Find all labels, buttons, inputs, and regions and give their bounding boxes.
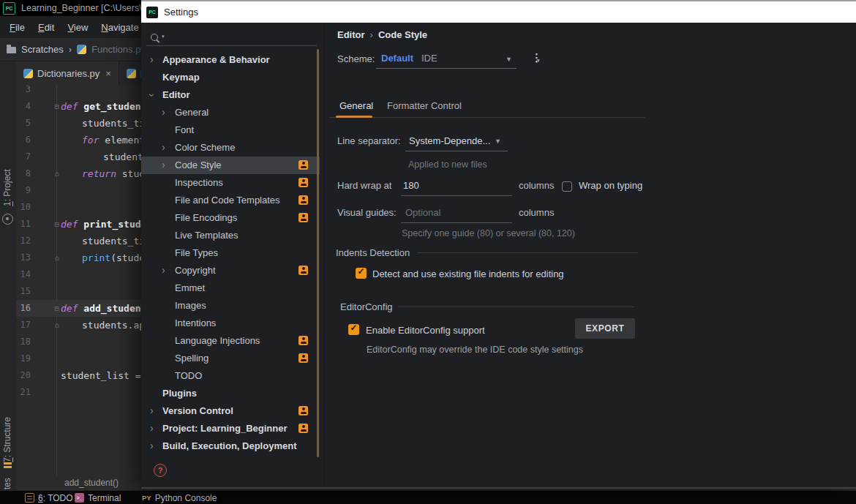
tree-item-version-control[interactable]: ›Version Control — [141, 402, 320, 420]
tree-item-font[interactable]: Font — [141, 121, 320, 139]
editor-tab-dictionaries-py[interactable]: Dictionaries.py× — [16, 61, 119, 86]
code-text: def get_students — [61, 98, 141, 115]
tree-item-editor[interactable]: ›Editor — [141, 86, 320, 104]
menu-file[interactable]: File — [3, 22, 31, 33]
wrap-on-typing-label[interactable]: Wrap on typing — [579, 180, 642, 191]
breadcrumb-folder[interactable]: Scratches — [21, 44, 64, 55]
code-text: for element — [82, 132, 141, 148]
statusbar-python-console[interactable]: PYPython Console — [142, 491, 217, 504]
code-line-7: 7students — [16, 148, 141, 165]
tree-item-live-templates[interactable]: Live Templates — [141, 227, 320, 244]
tree-item-todo[interactable]: TODO — [141, 367, 320, 385]
tree-item-general[interactable]: ›General — [141, 104, 320, 121]
tree-item-label: Color Scheme — [175, 139, 235, 157]
tree-item-images[interactable]: Images — [141, 297, 320, 315]
search-options-caret[interactable]: ▾ — [162, 34, 165, 40]
dialog-body: ▾ ›Appearance & BehaviorKeymap›Editor›Ge… — [141, 23, 856, 489]
settings-breadcrumb-current: Code Style — [378, 29, 427, 40]
breadcrumb-file[interactable]: Functions.py — [91, 44, 146, 55]
line-number: 5 — [16, 115, 31, 132]
tree-item-keymap[interactable]: Keymap — [141, 69, 320, 86]
chevron-right-icon[interactable]: › — [150, 51, 154, 69]
menu-edit[interactable]: Edit — [31, 22, 61, 33]
tab-close-icon[interactable]: × — [105, 68, 111, 79]
scheme-actions-kebab-icon[interactable]: ⋮▾ — [531, 51, 542, 64]
chevron-right-icon[interactable]: › — [150, 437, 154, 455]
code-text: def add_student( — [61, 300, 141, 317]
tool-window-structure[interactable]: 7: Structure — [2, 413, 12, 462]
breadcrumb-bar: Scratches › Functions.py — [0, 38, 161, 61]
chevron-down-icon[interactable]: › — [143, 94, 160, 97]
menu-navigate[interactable]: Navigate — [94, 22, 145, 33]
tree-item-file-encodings[interactable]: File Encodings — [141, 209, 320, 227]
export-button[interactable]: EXPORT — [575, 318, 635, 339]
tree-item-label: Images — [175, 297, 206, 315]
statusbar-terminal[interactable]: >_Terminal — [75, 491, 121, 504]
enable-editorconfig-label[interactable]: Enable EditorConfig support — [366, 325, 485, 336]
python-file-icon — [23, 69, 33, 78]
tab-general[interactable]: General — [339, 100, 373, 111]
search-underline[interactable] — [146, 45, 317, 46]
tool-window-project[interactable]: 1: Project — [2, 133, 12, 206]
fold-marker-icon[interactable]: ⌂ — [51, 249, 62, 266]
code-editor[interactable]: 34⊟def get_students5students_tit6for ele… — [16, 86, 141, 475]
hard-wrap-input[interactable]: 180 — [403, 180, 419, 191]
tree-item-project-learning-beginner[interactable]: ›Project: Learning_Beginner — [141, 420, 320, 437]
line-number: 12 — [16, 233, 31, 249]
fold-marker-icon[interactable]: ⌂ — [51, 165, 62, 182]
tree-item-copyright[interactable]: ›Copyright — [141, 262, 320, 279]
visual-guides-underline — [401, 222, 512, 223]
tree-item-language-injections[interactable]: Language Injections — [141, 332, 320, 350]
project-tool-icon[interactable] — [2, 214, 13, 225]
tree-item-label: Version Control — [162, 402, 233, 420]
help-icon[interactable]: ? — [154, 464, 167, 477]
tree-scrollbar[interactable] — [317, 49, 319, 457]
tree-item-file-and-code-templates[interactable]: File and Code Templates — [141, 192, 320, 209]
tree-item-label: Plugins — [162, 385, 197, 402]
structure-tool-icon[interactable] — [4, 462, 12, 470]
chevron-right-icon[interactable]: › — [150, 402, 154, 420]
tree-item-color-scheme[interactable]: ›Color Scheme — [141, 139, 320, 157]
fold-marker-icon[interactable]: ⌂ — [51, 317, 62, 334]
tree-item-file-types[interactable]: File Types — [141, 244, 320, 262]
tree-item-intentions[interactable]: Intentions — [141, 315, 320, 332]
tree-item-emmet[interactable]: Emmet — [141, 279, 320, 297]
statusbar-6-todo[interactable]: 6: TODO — [25, 491, 73, 504]
settings-breadcrumb-parent[interactable]: Editor — [337, 29, 365, 40]
chevron-right-icon[interactable]: › — [162, 104, 165, 121]
search-icon[interactable] — [151, 34, 158, 41]
menu-view[interactable]: View — [61, 22, 94, 33]
line-number: 16 — [16, 300, 31, 317]
wrap-on-typing-checkbox[interactable] — [562, 181, 572, 192]
chevron-right-icon[interactable]: › — [150, 420, 154, 437]
line-separator-value[interactable]: System-Depende... — [409, 135, 490, 146]
tree-item-plugins[interactable]: Plugins — [141, 385, 320, 402]
code-line-8: 8⌂return stude — [16, 165, 141, 182]
tree-item-appearance-behavior[interactable]: ›Appearance & Behavior — [141, 51, 320, 69]
code-line-10: 10 — [16, 199, 141, 216]
tree-item-build-execution-deployment[interactable]: ›Build, Execution, Deployment — [141, 437, 320, 455]
code-line-13: 13⌂print(studen — [16, 249, 141, 266]
editor-tab-fu[interactable]: Fu — [119, 61, 141, 86]
code-text: students.app — [82, 317, 141, 334]
detect-indents-label[interactable]: Detect and use existing file indents for… — [372, 268, 564, 279]
line-number: 19 — [16, 350, 31, 367]
visual-guides-input[interactable]: Optional — [405, 207, 440, 218]
tree-item-code-style[interactable]: ›Code Style — [141, 157, 320, 174]
detect-indents-checkbox[interactable] — [356, 268, 367, 279]
chevron-right-icon[interactable]: › — [162, 139, 165, 157]
scheme-dropdown[interactable]: Default IDE ▼ — [376, 50, 517, 69]
active-tab-underline — [336, 116, 372, 118]
chevron-right-icon[interactable]: › — [162, 262, 165, 279]
chevron-right-icon[interactable]: › — [162, 157, 165, 174]
tree-item-label: TODO — [175, 367, 202, 385]
left-tool-strip: 1: Project 7: Structure 2: Favorites ★ — [0, 61, 17, 490]
editor-breadcrumb[interactable]: add_student() — [16, 475, 141, 490]
tree-item-inspections[interactable]: Inspections — [141, 174, 320, 192]
dialog-titlebar[interactable]: PC Settings — [141, 1, 856, 23]
code-text: def print_studen — [61, 216, 141, 233]
tab-formatter-control[interactable]: Formatter Control — [387, 100, 462, 111]
enable-editorconfig-checkbox[interactable] — [348, 324, 359, 335]
line-separator-arrow-icon[interactable]: ▼ — [495, 138, 501, 145]
tree-item-spelling[interactable]: Spelling — [141, 350, 320, 367]
